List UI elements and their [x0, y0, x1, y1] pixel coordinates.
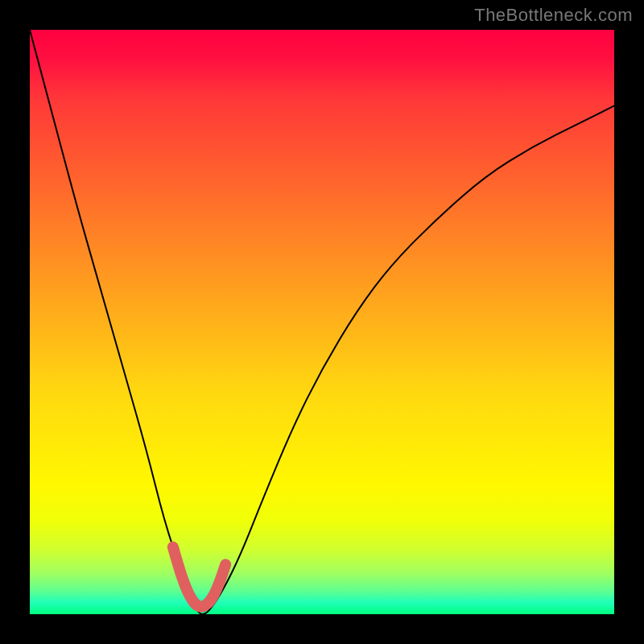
plot-area	[30, 30, 614, 614]
chart-frame: TheBottleneck.com	[0, 0, 644, 644]
valley-highlight	[173, 547, 225, 607]
watermark-text: TheBottleneck.com	[474, 5, 633, 26]
curves-layer	[30, 30, 614, 614]
bottleneck-curve	[30, 30, 614, 614]
